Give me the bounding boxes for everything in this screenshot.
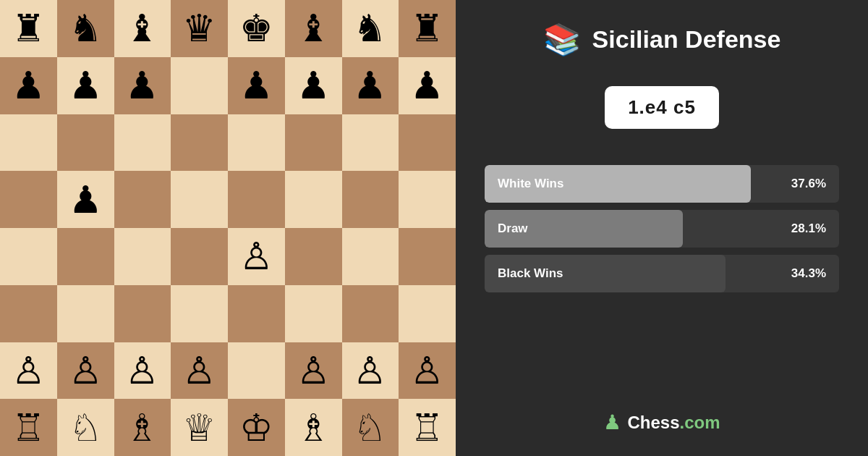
logo-row: ♟ Chess.com (603, 410, 720, 434)
board-cell: ♟ (114, 57, 171, 114)
board-cell: ♙ (57, 342, 114, 400)
board-cell (342, 228, 399, 285)
board-cell: ♜ (399, 0, 456, 57)
board-cell (57, 285, 114, 342)
board-cell (0, 228, 57, 285)
logo-name: Chess (627, 413, 679, 432)
board-cell: ♘ (57, 399, 114, 456)
board-cell (114, 171, 171, 228)
board-cell (285, 114, 342, 172)
board-cell (228, 342, 285, 400)
stat-label: Draw (498, 221, 791, 236)
logo-domain: .com (680, 413, 720, 432)
board-cell: ♕ (171, 399, 228, 456)
board-cell (0, 114, 57, 172)
board-cell (171, 285, 228, 342)
board-cell (114, 228, 171, 285)
board-cell (342, 114, 399, 172)
board-cell: ♙ (171, 342, 228, 400)
chess-board: ♜♞♝♛♚♝♞♜♟♟♟♟♟♟♟♟♙♙♙♙♙♙♙♙♖♘♗♕♔♗♘♖ (0, 0, 456, 456)
board-cell: ♟ (228, 57, 285, 114)
board-cell: ♟ (57, 171, 114, 228)
board-cell (285, 285, 342, 342)
board-cell (171, 171, 228, 228)
board-cell (57, 114, 114, 172)
board-cell: ♟ (399, 57, 456, 114)
board-cell: ♙ (228, 228, 285, 285)
stats-container: White Wins37.6%Draw28.1%Black Wins34.3% (485, 165, 839, 292)
board-cell (399, 171, 456, 228)
board-cell: ♖ (399, 399, 456, 456)
board-cell (114, 285, 171, 342)
board-cell (399, 285, 456, 342)
board-cell (399, 228, 456, 285)
board-cell (0, 171, 57, 228)
board-cell: ♙ (114, 342, 171, 400)
board-cell: ♚ (228, 0, 285, 57)
board-cell: ♖ (0, 399, 57, 456)
chess-logo-icon: ♟ (603, 410, 621, 434)
stat-pct: 28.1% (791, 221, 826, 236)
board-cell (285, 228, 342, 285)
board-cell: ♟ (285, 57, 342, 114)
info-panel: 📚 Sicilian Defense 1.e4 c5 White Wins37.… (456, 0, 868, 456)
board-cell (114, 114, 171, 172)
board-cell: ♙ (399, 342, 456, 400)
moves-badge: 1.e4 c5 (605, 86, 719, 129)
board-cell: ♔ (228, 399, 285, 456)
board-cell: ♟ (0, 57, 57, 114)
board-cell (342, 171, 399, 228)
board-cell (0, 285, 57, 342)
board-cell (171, 228, 228, 285)
logo-text: Chess.com (627, 413, 720, 433)
board-cell (285, 171, 342, 228)
board-cell: ♙ (342, 342, 399, 400)
board-cell (342, 285, 399, 342)
board-cell (171, 57, 228, 114)
board-cell (57, 228, 114, 285)
stat-pct: 34.3% (791, 266, 826, 281)
board-cell: ♙ (285, 342, 342, 400)
board-cell: ♟ (342, 57, 399, 114)
board-cell: ♗ (114, 399, 171, 456)
stat-label: White Wins (498, 177, 791, 191)
opening-title: Sicilian Defense (592, 25, 781, 54)
stat-label: Black Wins (498, 266, 791, 281)
board-cell: ♝ (285, 0, 342, 57)
title-row: 📚 Sicilian Defense (485, 22, 839, 57)
board-cell: ♙ (0, 342, 57, 400)
board-cell: ♞ (57, 0, 114, 57)
stat-row: Black Wins34.3% (485, 255, 839, 292)
board-cell: ♝ (114, 0, 171, 57)
stat-pct: 37.6% (791, 177, 826, 191)
book-icon: 📚 (543, 22, 581, 57)
stat-row: Draw28.1% (485, 210, 839, 248)
board-cell: ♘ (342, 399, 399, 456)
stat-row: White Wins37.6% (485, 165, 839, 203)
board-cell (399, 114, 456, 172)
board-cell (228, 114, 285, 172)
board-cell (228, 285, 285, 342)
board-cell (171, 114, 228, 172)
board-cell: ♛ (171, 0, 228, 57)
board-cell (228, 171, 285, 228)
chess-board-section: ♜♞♝♛♚♝♞♜♟♟♟♟♟♟♟♟♙♙♙♙♙♙♙♙♖♘♗♕♔♗♘♖ (0, 0, 456, 456)
board-cell: ♗ (285, 399, 342, 456)
board-cell: ♟ (57, 57, 114, 114)
board-cell: ♞ (342, 0, 399, 57)
board-cell: ♜ (0, 0, 57, 57)
